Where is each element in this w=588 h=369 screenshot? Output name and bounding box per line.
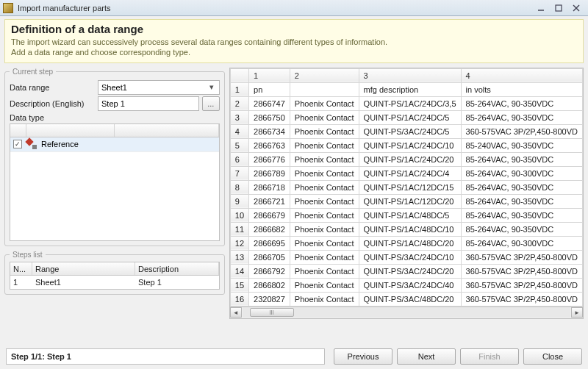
table-row[interactable]: 122866695Phoenix ContactQUINT-PS/1AC/48D…: [230, 236, 582, 250]
close-button[interactable]: [567, 3, 585, 13]
table-cell: 2866721: [249, 194, 290, 208]
row-number: 4: [230, 124, 248, 138]
table-row[interactable]: 102866679Phoenix ContactQUINT-PS/1AC/48D…: [230, 208, 582, 222]
table-cell: Phoenix Contact: [290, 292, 359, 306]
scroll-right-button[interactable]: ►: [571, 307, 583, 318]
table-cell: Phoenix Contact: [290, 194, 359, 208]
finish-button[interactable]: Finish: [460, 348, 519, 365]
instruction-banner: Definition of a data range The import wi…: [4, 19, 584, 63]
table-cell: Phoenix Contact: [290, 124, 359, 138]
table-cell: 2866802: [249, 278, 290, 292]
table-row[interactable]: 62866776Phoenix ContactQUINT-PS/1AC/24DC…: [230, 152, 582, 166]
table-cell: 2866789: [249, 166, 290, 180]
close-dialog-button[interactable]: Close: [523, 348, 582, 365]
status-text: Step 1/1: Step 1: [6, 348, 325, 365]
row-number: 15: [230, 278, 248, 292]
col-header[interactable]: 2: [290, 68, 359, 82]
description-value: Step 1: [101, 99, 125, 108]
maximize-button[interactable]: [550, 3, 567, 13]
row-number: 12: [230, 236, 248, 250]
table-cell: QUINT-PS/1AC/12DC/20: [359, 194, 461, 208]
table-cell: 2320827: [249, 292, 290, 306]
table-row[interactable]: 32866750Phoenix ContactQUINT-PS/1AC/24DC…: [230, 110, 582, 124]
steps-cell-desc: Step 1: [135, 276, 219, 289]
data-type-label: Data type: [10, 113, 220, 122]
data-type-row-reference[interactable]: ✓ Reference: [10, 137, 219, 152]
next-button[interactable]: Next: [397, 348, 456, 365]
table-row[interactable]: 162320827Phoenix ContactQUINT-PS/3AC/48D…: [230, 292, 582, 306]
table-row[interactable]: 72866789Phoenix ContactQUINT-PS/1AC/24DC…: [230, 166, 582, 180]
table-row[interactable]: 82866718Phoenix ContactQUINT-PS/1AC/12DC…: [230, 180, 582, 194]
table-cell: 2866718: [249, 180, 290, 194]
col-header[interactable]: 4: [461, 68, 582, 82]
table-cell: 85-264VAC, 90-350VDC: [461, 208, 582, 222]
table-cell: 85-264VAC, 90-350VDC: [461, 96, 582, 110]
minimize-button[interactable]: [532, 3, 550, 13]
table-cell: 360-575VAC 3P/2P,450-800VD: [461, 250, 582, 264]
previous-button[interactable]: Previous: [334, 348, 392, 365]
table-row[interactable]: 22866747Phoenix ContactQUINT-PS/1AC/24DC…: [230, 96, 582, 110]
table-row[interactable]: 112866682Phoenix ContactQUINT-PS/1AC/48D…: [230, 222, 582, 236]
row-number: 6: [230, 152, 248, 166]
table-cell: 360-575VAC 3P/2P,450-800VD: [461, 124, 582, 138]
horizontal-scrollbar[interactable]: ◄ ►: [230, 307, 583, 318]
banner-heading: Definition of a data range: [11, 23, 577, 35]
table-cell: 2866763: [249, 138, 290, 152]
description-more-button[interactable]: ...: [202, 96, 220, 111]
data-type-checkbox[interactable]: ✓: [13, 140, 22, 148]
app-icon: [3, 3, 13, 13]
table-cell: QUINT-PS/3AC/24DC/40: [359, 278, 461, 292]
table-cell: Phoenix Contact: [290, 96, 359, 110]
scroll-thumb[interactable]: [250, 308, 294, 317]
data-preview-grid[interactable]: 1234 1pnmfg descriptionin volts22866747P…: [229, 68, 584, 319]
table-row[interactable]: 142866792Phoenix ContactQUINT-PS/3AC/24D…: [230, 264, 582, 278]
steps-list-legend: Steps list: [10, 251, 46, 259]
steps-col-range[interactable]: Range: [32, 262, 135, 275]
table-cell: QUINT-PS/3AC/24DC/5: [359, 124, 461, 138]
data-type-text: Reference: [41, 140, 79, 148]
table-cell: QUINT-PS/3AC/48DC/20: [359, 292, 461, 306]
table-row[interactable]: 132866705Phoenix ContactQUINT-PS/3AC/24D…: [230, 250, 582, 264]
steps-col-num[interactable]: N...: [10, 262, 32, 275]
table-cell: Phoenix Contact: [290, 180, 359, 194]
row-number: 16: [230, 292, 248, 306]
table-cell: Phoenix Contact: [290, 110, 359, 124]
table-row[interactable]: 42866734Phoenix ContactQUINT-PS/3AC/24DC…: [230, 124, 582, 138]
row-number: 3: [230, 110, 248, 124]
data-range-combo[interactable]: Sheet1 ▾: [98, 80, 220, 95]
steps-row[interactable]: 1 Sheet1 Step 1: [10, 276, 219, 289]
table-cell: 2866734: [249, 124, 290, 138]
table-cell: 85-264VAC, 90-300VDC: [461, 166, 582, 180]
table-row[interactable]: 152866802Phoenix ContactQUINT-PS/3AC/24D…: [230, 278, 582, 292]
table-cell: QUINT-PS/1AC/48DC/5: [359, 208, 461, 222]
table-cell: 360-575VAC 3P/2P,450-800VD: [461, 278, 582, 292]
col-header[interactable]: 3: [359, 68, 461, 82]
current-step-legend: Current step: [10, 68, 56, 76]
steps-col-desc[interactable]: Description: [135, 262, 219, 275]
titlebar: Import manufacturer parts: [0, 0, 588, 16]
table-cell: 2866750: [249, 110, 290, 124]
table-row[interactable]: 52866763Phoenix ContactQUINT-PS/1AC/24DC…: [230, 138, 582, 152]
data-type-grid[interactable]: ✓ Reference: [10, 123, 220, 241]
table-cell: 85-264VAC, 90-350VDC: [461, 110, 582, 124]
table-cell: 85-240VAC, 90-350VDC: [461, 138, 582, 152]
banner-text-2: Add a data range and choose correspondin…: [11, 47, 577, 57]
steps-list-grid[interactable]: N... Range Description 1 Sheet1 Step 1: [10, 262, 220, 290]
table-cell: QUINT-PS/1AC/48DC/10: [359, 222, 461, 236]
table-cell: 2866705: [249, 250, 290, 264]
chevron-down-icon: ▾: [206, 82, 218, 92]
window-title: Import manufacturer parts: [18, 4, 532, 12]
data-range-label: Data range: [10, 83, 98, 92]
table-cell: 85-264VAC, 90-350VDC: [461, 222, 582, 236]
table-cell: 2866776: [249, 152, 290, 166]
steps-list-group: Steps list N... Range Description 1 Shee…: [4, 251, 225, 295]
col-header[interactable]: 1: [249, 68, 290, 82]
table-row[interactable]: 1pnmfg descriptionin volts: [230, 82, 582, 96]
row-number: 8: [230, 180, 248, 194]
scroll-left-button[interactable]: ◄: [230, 307, 242, 318]
reference-icon: [26, 139, 37, 149]
table-cell: QUINT-PS/1AC/24DC/4: [359, 166, 461, 180]
table-cell: Phoenix Contact: [290, 152, 359, 166]
description-input[interactable]: Step 1: [98, 96, 199, 111]
table-row[interactable]: 92866721Phoenix ContactQUINT-PS/1AC/12DC…: [230, 194, 582, 208]
